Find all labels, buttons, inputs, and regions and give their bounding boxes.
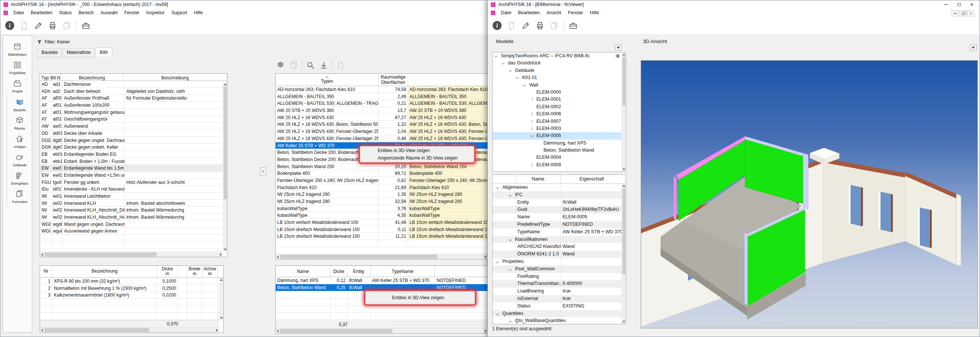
tree-node[interactable]: ELEM-0005 bbox=[493, 132, 626, 139]
types-row[interactable]: AW 25 HLZ + 16 WDVS 430; Fenster-Überlag… bbox=[276, 135, 488, 142]
layers-header[interactable]: Nr Bezeichnung Dickem Breitem Achsem bbox=[40, 266, 223, 278]
filter-row[interactable]: Filter: Keiner bbox=[37, 39, 70, 45]
context-menu-item[interactable]: Entities in 3D-View zeigen bbox=[361, 147, 474, 154]
property-row[interactable]: NameELEM-0005 bbox=[493, 213, 626, 221]
table-row[interactable]: ADhad2Dach über beheiztAbgeleitet von Da… bbox=[40, 88, 227, 95]
types-row[interactable]: LB 10cm einfach Metallständerwand 10041,… bbox=[276, 219, 488, 226]
table-row[interactable]: ADad1Dachterrasse bbox=[40, 81, 227, 88]
new-document-icon[interactable] bbox=[336, 60, 345, 70]
chevron-down-icon[interactable] bbox=[516, 76, 519, 79]
table-row[interactable]: IWiw02dInnenwand KLH_Abschnitt_Dämmungin… bbox=[40, 207, 227, 214]
menu-item[interactable]: Inspektor bbox=[143, 10, 168, 16]
types-row[interactable]: AD-horizontal 263; Flachdach Kies 61074,… bbox=[276, 86, 488, 93]
sidebar-item-projektliste[interactable]: Projektliste bbox=[3, 58, 32, 77]
col-nr[interactable]: Nr bbox=[40, 266, 52, 278]
chevron-down-icon[interactable] bbox=[509, 69, 512, 72]
table-row[interactable]: IWiw02Innenwand KLHinhom. Bauteil abschn… bbox=[40, 200, 227, 207]
component-box-icon[interactable] bbox=[276, 60, 285, 70]
table-row[interactable]: ATat02Geschäftseingangstür bbox=[40, 116, 227, 123]
sidebar-item-anlagen[interactable]: Anlagen bbox=[7, 132, 32, 150]
col-name[interactable]: Name bbox=[276, 266, 331, 277]
col-typename[interactable]: TypeName bbox=[371, 266, 435, 277]
tree-node[interactable]: SimplyTwoRooms ARC -- IFC4 RV BIMt.ifc bbox=[493, 53, 626, 59]
tree-node[interactable]: ELEM-0000 bbox=[493, 89, 626, 96]
chevron-right-icon[interactable] bbox=[530, 112, 533, 115]
menu-item[interactable]: Fenster bbox=[121, 10, 143, 16]
tree-node[interactable]: das Grundstück bbox=[493, 59, 626, 67]
col-typ[interactable]: Typ bbox=[40, 74, 51, 80]
table-row[interactable]: AFaf01Außenfenster 100x200 bbox=[40, 102, 227, 109]
table-row[interactable]: 3Kalkzementmauermörtel (1800 kg/m³)0,020… bbox=[40, 292, 223, 299]
sidebar-item-gebäude[interactable]: Gebäude bbox=[7, 150, 32, 169]
types-row[interactable]: Bodenplatte 45069,71Bodenplatte 450 bbox=[276, 170, 488, 177]
property-row[interactable]: IFC bbox=[493, 191, 626, 199]
table-row[interactable]: EWew01Erdanliegende Wand bis 1,5m unter … bbox=[40, 165, 227, 172]
col-eigenschaft[interactable]: Eigenschaft bbox=[561, 175, 623, 184]
chevron-down-icon[interactable] bbox=[496, 260, 499, 263]
new-document-icon[interactable] bbox=[506, 21, 516, 30]
chevron-down-icon[interactable] bbox=[523, 83, 526, 86]
sidebar-item-projekt[interactable]: Projekt bbox=[3, 77, 32, 95]
property-row[interactable]: FireRating bbox=[493, 273, 626, 281]
import-download-icon[interactable] bbox=[319, 60, 328, 70]
types-row[interactable]: LB 15cm dreifach Metallständerwand 1500,… bbox=[276, 226, 488, 233]
tab-materialliste[interactable]: Materialliste bbox=[62, 48, 95, 57]
property-row[interactable]: PredefinedTypeNOTDEFINED bbox=[493, 221, 626, 228]
mdi-restore-button[interactable] bbox=[959, 10, 967, 16]
bim-layer-row[interactable]: Dämmung, hart XPS0,12IfcWallAW Keller 25… bbox=[276, 277, 488, 284]
table-row[interactable]: FGUfgu01Fenster gg unbeh.Holz-Alufenster… bbox=[40, 179, 227, 186]
col-beschreibung[interactable]: Beschreibung bbox=[123, 74, 227, 80]
chevron-down-icon[interactable] bbox=[509, 238, 512, 241]
col-typen[interactable]: Typen bbox=[276, 74, 379, 86]
menu-item[interactable]: Datei bbox=[10, 10, 27, 16]
property-row[interactable]: Guid1hLxHeK894I9rpTF2v$vkU bbox=[493, 206, 626, 213]
vertical-scrollbar[interactable] bbox=[622, 53, 626, 171]
tab-bim[interactable]: BIM bbox=[95, 48, 112, 56]
menu-item[interactable]: Hilfe bbox=[190, 10, 206, 16]
table-row[interactable]: 2Normalbeton mit Bewehrung 1 % (2300 kg/… bbox=[40, 285, 223, 292]
types-header[interactable]: Typen Raumseitige Oberflächen bbox=[276, 74, 488, 86]
horizontal-scrollbar[interactable] bbox=[40, 252, 223, 257]
types-row[interactable]: IW 25cm HLZ tragend 28032,56IW 25cm HLZ … bbox=[276, 198, 488, 205]
tree-node[interactable]: K01.01 bbox=[493, 74, 626, 81]
property-row[interactable]: ThermalTransmittan...0.400000 bbox=[493, 280, 626, 287]
types-row[interactable]: AW 25 HLZ + 16 WDVS 43067,27AW 25 HLZ + … bbox=[276, 114, 488, 121]
edit-pencil-icon[interactable] bbox=[33, 21, 43, 30]
col-achse[interactable]: Achsem bbox=[202, 266, 218, 278]
types-row[interactable]: AW 20 STB + 20 WDVS 38013,7AW 20 STB + 2… bbox=[276, 107, 488, 114]
col-entity[interactable]: Entity bbox=[347, 266, 371, 277]
table-row[interactable]: IWiw01Innenwand Leichtbeton bbox=[40, 193, 227, 200]
table-row[interactable]: EWew02Erdanliegende Wand >1,5m unter Erd… bbox=[40, 172, 227, 179]
table-row[interactable]: WGDwgd01Wand gegen unged. Dachraum bbox=[40, 221, 227, 228]
property-row[interactable]: LoadBearingtrue bbox=[493, 287, 626, 295]
bim-layers-header[interactable]: Name Dicke Entity TypeName bbox=[276, 266, 488, 277]
types-row[interactable]: LB 15cm dreifach Metallständerwand 15011… bbox=[276, 233, 488, 240]
tree-node[interactable]: Dämmung, hart XPS bbox=[493, 140, 626, 147]
table-row[interactable]: WGUwgu01Aussenwand gegen Annex bbox=[40, 228, 227, 235]
vertical-scrollbar[interactable] bbox=[219, 278, 223, 320]
context-menu-item[interactable]: Angrenzende Räume in 3D-View zeigen bbox=[361, 154, 474, 162]
table-row[interactable]: AWaw01Außenwand bbox=[40, 123, 227, 130]
property-row[interactable]: IsExternaltrue bbox=[493, 295, 626, 303]
info-icon[interactable]: i bbox=[5, 21, 14, 30]
menu-item[interactable]: Ansicht bbox=[543, 10, 565, 16]
sidebar-item-bauteile[interactable]: Bauteile bbox=[7, 95, 32, 114]
chevron-right-icon[interactable] bbox=[530, 127, 533, 130]
menu-item[interactable]: Bereich bbox=[75, 10, 97, 16]
copy-icon[interactable] bbox=[62, 21, 72, 30]
property-row[interactable]: Allgemeines bbox=[493, 184, 626, 191]
chevron-down-icon[interactable] bbox=[509, 319, 512, 323]
tree-node[interactable]: ELEM-0007 bbox=[493, 118, 626, 125]
property-row[interactable]: Properties bbox=[493, 258, 626, 265]
3d-viewport[interactable] bbox=[641, 60, 978, 328]
table-row[interactable]: AFaf00Außenfenster Prüfmaßfür Formular E… bbox=[40, 95, 227, 102]
tree-node[interactable]: Beton, Stahlbeton Wand bbox=[493, 147, 626, 154]
col-bim-echo[interactable] bbox=[408, 74, 488, 86]
sidebar-item-bibliotheken[interactable]: Bibliotheken bbox=[3, 40, 32, 58]
col-predefined[interactable] bbox=[435, 266, 488, 277]
models-dropdown-button[interactable] bbox=[615, 45, 622, 51]
property-row[interactable]: StatusEXISTING bbox=[493, 303, 626, 310]
menu-item[interactable]: Bearbeiten bbox=[515, 10, 543, 16]
property-row[interactable]: Quantities bbox=[493, 310, 626, 318]
chevron-down-icon[interactable] bbox=[530, 134, 533, 137]
